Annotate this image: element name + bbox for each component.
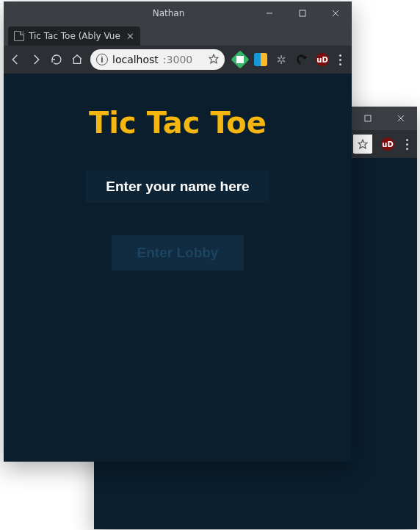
reload-icon[interactable] [49,54,64,65]
page-icon [14,31,24,41]
window-title: Nathan [4,8,253,18]
svg-marker-9 [209,54,218,63]
close-button-back[interactable] [384,107,417,130]
back-icon[interactable] [8,53,23,66]
extension-icons: ✲ uD [231,53,347,66]
browser-toolbar: i localhost:3000 ✲ uD [4,46,352,74]
home-icon[interactable] [70,54,84,65]
close-tab-icon[interactable]: ✕ [126,32,134,41]
titlebar[interactable]: Nathan [4,1,352,25]
enter-lobby-button[interactable]: Enter Lobby [112,235,244,271]
ublock-icon-back[interactable]: uD [381,137,394,151]
extension-color-icon[interactable] [254,53,267,66]
name-input[interactable] [86,171,269,203]
extension-ublock-icon[interactable]: uD [316,53,329,66]
bookmark-star-icon[interactable] [209,54,219,66]
extension-settings-icon[interactable]: ✲ [275,53,288,66]
browser-menu-back[interactable] [403,139,411,150]
browser-menu-icon[interactable] [336,54,344,65]
url-rest: :3000 [163,54,192,65]
browser-tab[interactable]: Tic Tac Toe (Ably Vue Tut ✕ [8,26,140,46]
tab-label: Tic Tac Toe (Ably Vue Tut [29,31,122,41]
page-title: Tic Tac Toe [89,106,267,140]
minimize-button[interactable] [253,1,286,25]
bookmark-star-back[interactable] [353,135,372,154]
page-content: Tic Tac Toe Enter Lobby [4,74,352,462]
svg-rect-1 [365,115,371,121]
address-bar[interactable]: i localhost:3000 [90,49,225,70]
front-browser-window: Nathan Tic Tac Toe (Ably Vue Tut ✕ [4,1,352,462]
svg-rect-6 [300,10,305,16]
site-info-icon[interactable]: i [96,54,108,65]
url-host: localhost [112,54,159,65]
maximize-button[interactable] [286,1,319,25]
extension-github-icon[interactable] [295,53,308,66]
svg-marker-4 [358,140,367,148]
close-button[interactable] [319,1,352,25]
maximize-button-back[interactable] [351,107,384,130]
extension-vue-devtools-icon[interactable] [231,50,249,68]
forward-icon[interactable] [29,53,43,66]
tab-strip: Tic Tac Toe (Ably Vue Tut ✕ [4,25,352,46]
window-controls [253,1,352,25]
